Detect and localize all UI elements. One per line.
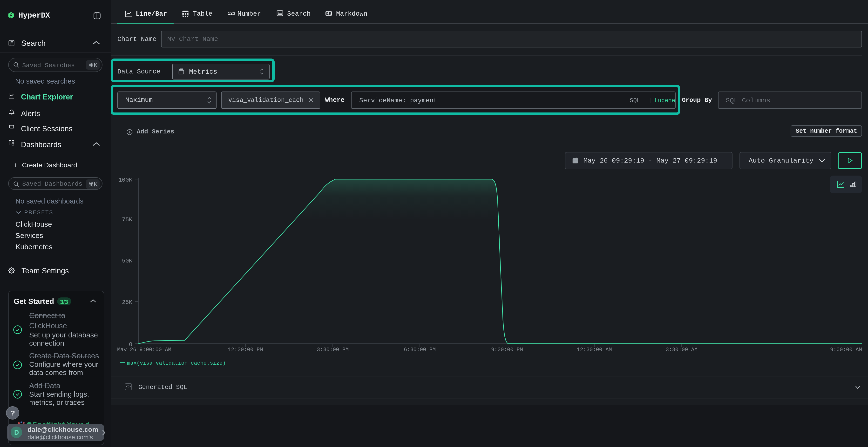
svg-text:9:30:00 PM: 9:30:00 PM <box>491 347 523 353</box>
svg-text:12:30:00 PM: 12:30:00 PM <box>228 347 263 353</box>
svg-text:3:30:00 AM: 3:30:00 AM <box>666 347 698 353</box>
svg-text:12:30:00 AM: 12:30:00 AM <box>577 347 612 353</box>
svg-text:May 26 9:00:00 AM: May 26 9:00:00 AM <box>117 347 171 353</box>
svg-text:100K: 100K <box>118 177 132 183</box>
svg-text:max(visa_validation_cache.size: max(visa_validation_cache.size) <box>127 360 226 366</box>
svg-text:6:30:00 PM: 6:30:00 PM <box>404 347 436 353</box>
svg-text:50K: 50K <box>122 258 133 264</box>
svg-text:9:00:00 AM: 9:00:00 AM <box>830 347 862 353</box>
svg-text:3:30:00 PM: 3:30:00 PM <box>317 347 349 353</box>
svg-text:75K: 75K <box>122 216 133 223</box>
svg-text:25K: 25K <box>122 299 133 306</box>
